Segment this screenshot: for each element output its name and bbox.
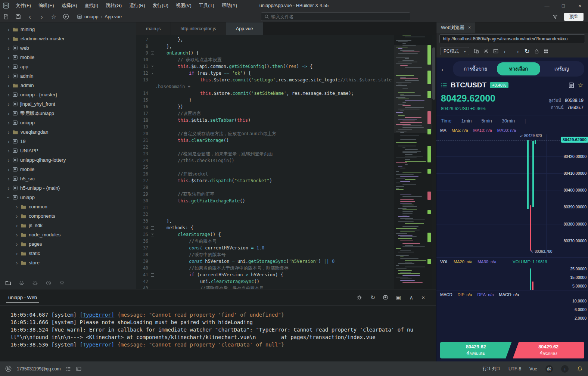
tree-item[interactable]: ›UNIAPP: [0, 146, 136, 155]
fold-marker-icon[interactable]: -: [150, 224, 155, 231]
tree-item[interactable]: ›app: [0, 62, 136, 71]
fold-marker-icon[interactable]: -: [150, 70, 155, 77]
editor-tab[interactable]: App.vue: [226, 22, 263, 35]
menu-item[interactable]: 帮助(Y): [218, 0, 241, 11]
view-marker-icon[interactable]: [59, 280, 65, 286]
tree-item[interactable]: ›node_modules: [0, 230, 136, 239]
favorite-star-icon[interactable]: ☆: [578, 81, 584, 89]
sell-button[interactable]: 80429.62 ซื้อน้อยลง: [513, 342, 585, 358]
buy-button[interactable]: 80429.62 ซื้อเพิ่มเติม: [440, 342, 512, 358]
file-search-input[interactable]: [271, 14, 407, 19]
interval-tab[interactable]: 30min: [502, 118, 515, 124]
filter-funnel-icon[interactable]: [549, 12, 561, 22]
editor-tab[interactable]: main.js: [136, 22, 171, 35]
tree-item[interactable]: ›store: [0, 258, 136, 267]
settings-gear-icon[interactable]: [483, 49, 489, 54]
tree-item[interactable]: ›h5_src: [0, 174, 136, 183]
view-debug-icon[interactable]: [32, 280, 38, 286]
tree-item[interactable]: ›admin: [0, 71, 136, 81]
interval-tab[interactable]: Time: [441, 118, 451, 124]
menu-item[interactable]: 文件(F): [12, 0, 35, 11]
menu-item[interactable]: 视图(V): [172, 0, 195, 11]
tree-item[interactable]: ›js_sdk: [0, 221, 136, 230]
error-link[interactable]: [TypeError]: [80, 342, 114, 348]
console-screenshot-icon[interactable]: ▣: [396, 294, 401, 301]
maximize-button[interactable]: □: [555, 0, 572, 11]
outline-list-icon[interactable]: [66, 366, 71, 372]
preview-button[interactable]: 预览: [564, 13, 584, 21]
minimap[interactable]: [394, 35, 432, 289]
market-list-icon[interactable]: [441, 82, 447, 88]
menu-item[interactable]: 发行(U): [149, 0, 172, 11]
tree-item[interactable]: ›mobile: [0, 53, 136, 62]
code-editor[interactable]: 7},8},9-onLaunch() {10// 获取站点基本设置11-this…: [136, 35, 436, 289]
tree-item[interactable]: ›components: [0, 211, 136, 221]
tree-item[interactable]: ›uniapp - {master}: [0, 90, 136, 99]
interval-tab[interactable]: 5min: [482, 118, 492, 124]
browser-back-icon[interactable]: ←: [503, 47, 509, 55]
error-link[interactable]: [TypeError]: [80, 312, 114, 318]
tree-item[interactable]: ›vueqiangdan: [0, 127, 136, 137]
terminal-panel-icon[interactable]: [76, 366, 81, 372]
tree-item[interactable]: ›h5-uniapp - {main}: [0, 183, 136, 193]
account-email[interactable]: 1735031199@qq.com: [17, 366, 60, 372]
symbol-name[interactable]: BTC/USDT: [451, 81, 486, 89]
tree-item[interactable]: ›mobile: [0, 165, 136, 174]
bookmark-star-icon[interactable]: ☆: [48, 12, 60, 22]
console-collapse-icon[interactable]: ∧: [409, 294, 413, 301]
save-icon[interactable]: [12, 12, 24, 22]
app-nav-tab[interactable]: การซื้อขาย: [454, 62, 497, 75]
tree-item[interactable]: ›uniapp: [0, 193, 136, 202]
browser-mode-select[interactable]: PC模式 ▾: [440, 47, 469, 55]
fold-marker-icon[interactable]: -: [150, 50, 155, 56]
notification-bell-icon[interactable]: [577, 366, 583, 372]
tree-item[interactable]: ›mining: [0, 25, 136, 34]
url-input[interactable]: [439, 34, 585, 43]
console-close-icon[interactable]: ×: [421, 294, 425, 301]
browser-tab[interactable]: Web浏览器 ×: [436, 22, 475, 33]
menu-item[interactable]: 编辑(E): [35, 0, 58, 11]
app-nav-tab[interactable]: เหรียญ: [540, 62, 583, 75]
close-button[interactable]: ×: [572, 0, 588, 11]
file-search-box[interactable]: [261, 12, 410, 21]
fold-marker-icon[interactable]: -: [150, 231, 155, 238]
app-back-icon[interactable]: ←: [440, 65, 449, 73]
console-stop-icon[interactable]: [383, 295, 388, 299]
feedback-icon[interactable]: @: [545, 365, 553, 373]
menu-item[interactable]: 查找(I): [81, 0, 102, 11]
navigate-back-icon[interactable]: ‹: [24, 12, 36, 22]
console-debug-icon[interactable]: [357, 295, 362, 300]
close-icon[interactable]: ×: [468, 25, 471, 30]
view-search-icon[interactable]: [19, 280, 25, 286]
menu-item[interactable]: 工具(T): [195, 0, 218, 11]
navigate-forward-icon[interactable]: ›: [36, 12, 48, 22]
fold-marker-icon[interactable]: -: [150, 63, 155, 70]
minimap-viewport[interactable]: [394, 45, 432, 133]
interval-tab[interactable]: 1min: [461, 118, 472, 124]
editor-scrollbar[interactable]: [432, 35, 436, 289]
tree-item[interactable]: ›web: [0, 43, 136, 53]
tree-item[interactable]: ›admin: [0, 81, 136, 90]
devtools-icon[interactable]: [493, 49, 498, 54]
fold-marker-icon[interactable]: -: [150, 271, 155, 278]
scrollbar-thumb[interactable]: [432, 47, 435, 100]
minimize-button[interactable]: —: [539, 0, 555, 11]
grid-apps-icon[interactable]: [544, 49, 548, 54]
breadcrumb-file[interactable]: App.vue: [105, 14, 122, 19]
browser-refresh-icon[interactable]: ↻: [525, 47, 530, 55]
app-nav-tab[interactable]: ทางเลือก: [497, 62, 540, 75]
news-icon[interactable]: [568, 82, 575, 88]
device-mode-icon[interactable]: [474, 49, 479, 54]
breadcrumb-project[interactable]: uniapp: [84, 14, 99, 19]
tree-item[interactable]: ›jinpai_yhyl_front: [0, 99, 136, 109]
tree-item[interactable]: ›uniapp: [0, 118, 136, 127]
console-tab[interactable]: uniapp - Web: [6, 289, 39, 305]
menu-item[interactable]: 运行(R): [125, 0, 149, 11]
tree-item[interactable]: ›pages: [0, 239, 136, 249]
browser-forward-icon[interactable]: →: [514, 47, 520, 55]
tree-item[interactable]: ›common: [0, 202, 136, 211]
tree-item[interactable]: ›static: [0, 249, 136, 258]
file-type[interactable]: Vue: [529, 366, 537, 372]
kline-chart[interactable]: 80420.0000080410.0000080400.0000080390.0…: [436, 134, 588, 258]
cursor-position[interactable]: 行:1 列:1: [483, 366, 500, 372]
